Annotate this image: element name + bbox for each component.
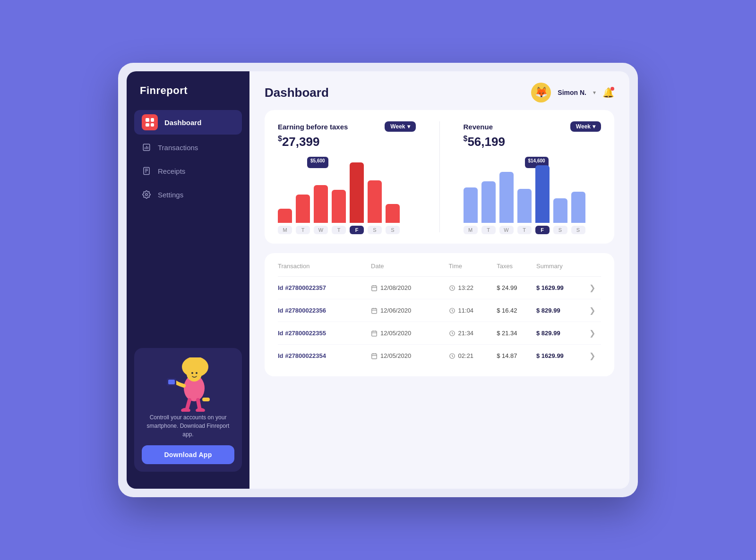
transaction-summary: $ 1629.99	[536, 345, 589, 367]
notification-dot	[610, 87, 614, 91]
transaction-taxes: $ 21.34	[497, 322, 536, 345]
bar-S1	[368, 180, 382, 223]
topbar: Dashboard 🦊 Simon N. ▾ 🔔	[249, 71, 629, 110]
expand-row-button[interactable]: ❯	[589, 283, 595, 292]
rev-day-S2[interactable]: S	[571, 226, 585, 234]
svg-rect-18	[202, 398, 210, 401]
earnings-chart-title: Earning before taxes	[278, 123, 348, 131]
dashboard-icon-box	[142, 114, 158, 130]
settings-icon	[142, 190, 151, 199]
promo-card: Controll your accounts on your smartphon…	[134, 348, 242, 472]
transaction-id[interactable]: Id #27800022355	[278, 322, 371, 345]
bar-T2	[332, 190, 346, 223]
svg-rect-15	[168, 380, 175, 384]
bar-M	[278, 209, 292, 223]
receipts-icon	[142, 166, 151, 176]
expand-row-button[interactable]: ❯	[589, 351, 595, 360]
svg-rect-26	[372, 308, 377, 314]
promo-illustration	[153, 357, 223, 409]
download-app-button[interactable]: Download App	[142, 445, 234, 464]
sidebar-item-receipts[interactable]: Receipts	[134, 160, 242, 182]
rev-day-T1[interactable]: T	[481, 226, 496, 234]
chevron-down-icon[interactable]: ▾	[593, 89, 596, 96]
col-date: Date	[371, 263, 448, 277]
transaction-summary: $ 829.99	[536, 299, 589, 322]
svg-point-12	[191, 372, 193, 374]
table-row: Id #27800022357 12/08/2020 13:22	[278, 277, 601, 299]
sidebar-item-settings[interactable]: Settings	[134, 184, 242, 205]
svg-point-13	[196, 372, 198, 374]
svg-rect-36	[372, 354, 377, 359]
rev-bar-W	[499, 172, 514, 223]
transaction-id[interactable]: Id #27800022357	[278, 277, 371, 299]
revenue-chart-title: Revenue	[464, 123, 493, 131]
revenue-bar-chart: $14,600	[464, 157, 601, 228]
sidebar-item-transactions[interactable]: Transactions	[134, 136, 242, 158]
sidebar-item-label: Dashboard	[164, 119, 201, 127]
rev-day-M[interactable]: M	[464, 226, 478, 234]
table-row: Id #27800022355 12/05/2020 21:34	[278, 322, 601, 345]
revenue-week-selector[interactable]: Week ▾	[570, 121, 601, 132]
sidebar-item-dashboard[interactable]: Dashboard	[134, 110, 242, 135]
transaction-time: 02:21	[449, 345, 497, 367]
day-T2[interactable]: T	[332, 226, 346, 234]
user-name: Simon N.	[558, 89, 586, 96]
rev-day-W[interactable]: W	[499, 226, 514, 234]
rev-bar-F	[535, 165, 550, 223]
transaction-time: 13:22	[449, 277, 497, 299]
transaction-id[interactable]: Id #27800022356	[278, 299, 371, 322]
revenue-day-labels: M T W T F S S	[464, 226, 601, 234]
transaction-summary: $ 829.99	[536, 322, 589, 345]
notification-bell-button[interactable]: 🔔	[602, 87, 614, 98]
transaction-taxes: $ 16.42	[497, 299, 536, 322]
col-time: Time	[449, 263, 497, 277]
svg-point-17	[196, 408, 205, 412]
chart-divider	[439, 121, 440, 232]
transaction-date: 12/06/2020	[371, 299, 448, 322]
table-row: Id #27800022356 12/06/2020 11:04	[278, 299, 601, 322]
table-row: Id #27800022354 12/05/2020 02:21	[278, 345, 601, 367]
col-transaction: Transaction	[278, 263, 371, 277]
day-F[interactable]: F	[350, 226, 364, 234]
day-T1[interactable]: T	[296, 226, 310, 234]
day-M[interactable]: M	[278, 226, 292, 234]
sidebar: Finreport Dashboard	[127, 71, 249, 489]
sidebar-item-label: Settings	[158, 191, 183, 199]
revenue-chart-section: Revenue Week ▾ $56,199 $14,600	[464, 121, 601, 232]
rev-bar-T1	[481, 181, 496, 223]
day-S1[interactable]: S	[368, 226, 382, 234]
transaction-time: 21:34	[449, 322, 497, 345]
transactions-icon	[142, 143, 151, 152]
sidebar-item-label: Receipts	[158, 167, 185, 175]
expand-row-button[interactable]: ❯	[589, 306, 595, 315]
col-taxes: Taxes	[497, 263, 536, 277]
rev-bar-S2	[571, 192, 585, 223]
earnings-week-selector[interactable]: Week ▾	[385, 121, 415, 132]
rev-bar-T2	[517, 189, 532, 223]
earnings-amount: $27,399	[278, 135, 416, 149]
bar-T1	[296, 195, 310, 223]
earnings-day-labels: M T W T F S S	[278, 226, 416, 234]
col-summary: Summary	[536, 263, 589, 277]
rev-day-F[interactable]: F	[535, 226, 550, 234]
transaction-date: 12/08/2020	[371, 277, 448, 299]
bar-W	[314, 185, 328, 223]
earnings-bar-chart: $5,600	[278, 157, 416, 228]
device-frame: Finreport Dashboard	[118, 63, 638, 497]
bar-F	[350, 162, 364, 223]
day-S2[interactable]: S	[386, 226, 400, 234]
day-W[interactable]: W	[314, 226, 328, 234]
transaction-id[interactable]: Id #27800022354	[278, 345, 371, 367]
transaction-date: 12/05/2020	[371, 322, 448, 345]
transaction-taxes: $ 24.99	[497, 277, 536, 299]
earnings-chart-section: Earning before taxes Week ▾ $27,399	[278, 121, 416, 232]
transaction-summary: $ 1629.99	[536, 277, 589, 299]
rev-day-S1[interactable]: S	[553, 226, 567, 234]
app-logo: Finreport	[127, 85, 249, 110]
expand-row-button[interactable]: ❯	[589, 329, 595, 338]
transactions-table-card: Transaction Date Time Taxes Summary Id #…	[265, 253, 614, 376]
sidebar-nav: Dashboard Transactions	[127, 110, 249, 348]
transaction-time: 11:04	[449, 299, 497, 322]
svg-rect-21	[372, 286, 377, 291]
rev-day-T2[interactable]: T	[517, 226, 532, 234]
